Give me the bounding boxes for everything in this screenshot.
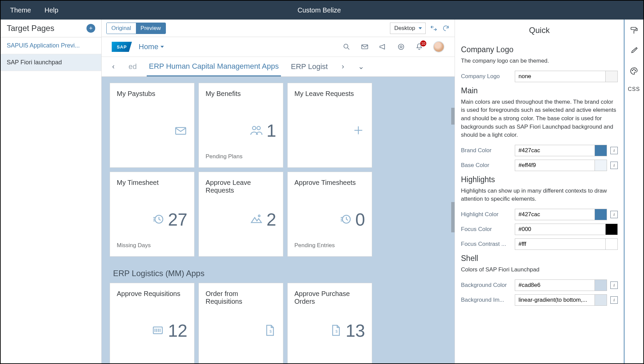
svg-rect-13 — [631, 27, 636, 30]
svg-rect-1 — [362, 45, 368, 49]
base-color-label: Base Color — [461, 162, 511, 169]
company-logo-input[interactable] — [515, 71, 605, 82]
info-icon[interactable]: i — [610, 162, 618, 169]
device-select[interactable]: Desktop — [390, 23, 426, 34]
anchor-next-icon[interactable]: › — [338, 62, 348, 72]
tile-footer — [206, 242, 276, 250]
home-button[interactable]: Home — [139, 42, 164, 51]
anchor-tab-hcm[interactable]: ERP Human Capital Management Apps — [147, 57, 281, 76]
bg-color-input[interactable] — [515, 280, 595, 291]
compare-icon[interactable] — [430, 24, 438, 32]
announcement-icon[interactable] — [379, 42, 387, 51]
palette-icon[interactable] — [629, 66, 639, 76]
tile-number: 13 — [346, 321, 365, 341]
tile-title: My Benefits — [206, 90, 276, 108]
brand-color-input[interactable] — [515, 145, 595, 156]
info-icon[interactable]: i — [610, 211, 618, 218]
focus-contrast-label: Focus Contrast ... — [461, 241, 511, 247]
help-menu[interactable]: Help — [44, 6, 58, 14]
focus-color-input[interactable] — [515, 224, 605, 235]
svg-point-16 — [635, 70, 636, 71]
scrollbar-thumb[interactable] — [451, 202, 455, 232]
tile-title: My Leave Requests — [294, 90, 365, 108]
svg-point-3 — [400, 46, 402, 48]
theme-menu[interactable]: Theme — [10, 6, 31, 14]
notifications-icon[interactable]: 10 — [415, 42, 424, 51]
clock-icon — [338, 212, 352, 227]
base-color-input[interactable] — [515, 160, 595, 171]
sap-logo: SAP — [112, 42, 132, 52]
bg-color-label: Background Color — [461, 282, 511, 289]
anchor-bar: ‹ ed ERP Human Capital Management Apps E… — [102, 57, 455, 77]
search-icon[interactable] — [342, 42, 351, 51]
mail-icon[interactable] — [360, 42, 369, 51]
tile[interactable]: My Leave Requests — [287, 83, 372, 168]
tile[interactable]: Approve Purchase Orders $13 — [287, 283, 372, 363]
launchpad-preview: SAP Home 10 ‹ ed ERP Human Capital Manag… — [102, 37, 455, 363]
group-title-logistics: ERP Logistics (MM) Apps — [110, 261, 446, 283]
section-main: Main — [461, 86, 618, 95]
refresh-icon[interactable] — [442, 24, 450, 32]
main-desc: Main colors are used throughout the them… — [461, 98, 618, 139]
tile-title: My Timesheet — [117, 179, 187, 197]
original-preview-segment: Original Preview — [106, 23, 166, 34]
preview-button[interactable]: Preview — [136, 23, 166, 34]
logo-desc: The company logo can be themed. — [461, 57, 618, 65]
tile[interactable]: Approve Leave Requests 2 — [199, 172, 283, 257]
svg-point-8 — [258, 215, 260, 217]
section-highlights: Highlights — [461, 175, 618, 184]
tile-footer — [117, 153, 187, 161]
copilot-icon[interactable] — [397, 42, 405, 51]
tile[interactable]: Approve Timesheets 0 Pending Entries — [287, 172, 372, 257]
tile-footer — [294, 153, 365, 161]
money-doc-icon: $ — [329, 324, 342, 338]
envelope-icon — [174, 124, 187, 138]
tile[interactable]: Order from Requisitions $ — [199, 283, 283, 363]
properties-panel: Quick Company Logo The company logo can … — [455, 20, 643, 363]
preview-toolbar: Original Preview Desktop — [102, 20, 455, 37]
svg-point-0 — [344, 44, 348, 48]
anchor-tab-trunc[interactable]: ed — [127, 58, 139, 76]
tile[interactable]: Approve Requisitions 12 — [110, 283, 194, 363]
paint-roller-icon[interactable] — [629, 26, 639, 36]
plus-icon — [352, 124, 365, 138]
info-icon[interactable]: i — [610, 282, 618, 289]
tile-title: Order from Requisitions — [206, 290, 276, 308]
tile-footer: Pending Entries — [294, 242, 365, 250]
page-item-sapui5[interactable]: SAPUI5 Application Previ... — [1, 37, 101, 54]
info-icon[interactable]: i — [610, 296, 618, 304]
original-button[interactable]: Original — [107, 23, 136, 34]
tile-number: 0 — [355, 209, 365, 230]
page-item-launchpad[interactable]: SAP Fiori launchpad — [1, 54, 101, 71]
theme-title: Custom Belize — [72, 6, 567, 14]
clock-icon — [151, 212, 165, 227]
preview-area: Original Preview Desktop SAP Home — [102, 20, 455, 363]
anchor-prev-icon[interactable]: ‹ — [108, 62, 118, 72]
tile-title: Approve Timesheets — [294, 179, 365, 197]
highlight-color-input[interactable] — [515, 209, 595, 220]
focus-contrast-input[interactable] — [515, 239, 605, 250]
brand-color-label: Brand Color — [461, 147, 511, 154]
add-page-button[interactable]: + — [86, 24, 95, 33]
tile-number: 1 — [266, 121, 276, 141]
svg-point-14 — [632, 70, 633, 71]
avatar[interactable] — [433, 41, 444, 53]
tile[interactable]: My Benefits 1 Pending Plans — [199, 83, 283, 168]
tile[interactable]: My Timesheet 27 Missing Days — [110, 172, 194, 257]
notif-badge: 10 — [420, 40, 426, 46]
info-icon[interactable]: i — [610, 147, 618, 154]
tile-footer: Missing Days — [117, 242, 187, 250]
scrollbar-thumb[interactable] — [451, 108, 455, 125]
bg-image-input[interactable] — [515, 295, 595, 305]
target-pages-panel: Target Pages + SAPUI5 Application Previ.… — [1, 20, 102, 363]
anchor-overflow-icon[interactable]: ⌄ — [356, 62, 366, 72]
tile-number: 27 — [168, 209, 187, 230]
anchor-tab-logistics[interactable]: ERP Logist — [289, 58, 330, 76]
css-tab[interactable]: CSS — [628, 86, 640, 92]
tool-rail: CSS — [624, 20, 643, 363]
brush-icon[interactable] — [629, 46, 639, 56]
top-menubar: Theme Help Custom Belize — [1, 1, 643, 20]
tile-title: Approve Requisitions — [117, 290, 187, 308]
tile[interactable]: My Paystubs — [110, 83, 194, 168]
svg-text:$: $ — [270, 329, 272, 333]
